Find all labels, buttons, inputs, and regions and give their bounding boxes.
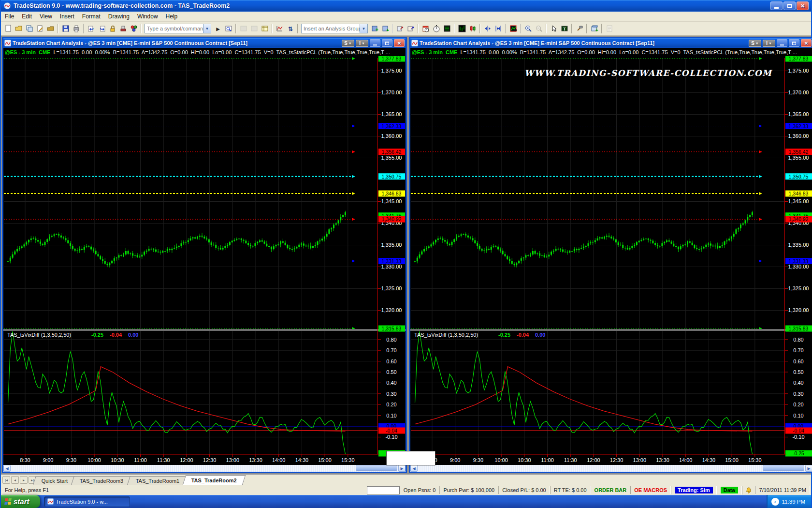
close-folder-icon[interactable] — [45, 24, 56, 34]
stopwatch-icon[interactable] — [431, 24, 441, 34]
symbol-command-combo[interactable]: ▼ — [145, 24, 211, 33]
pointer-icon[interactable] — [549, 24, 559, 34]
menu-file[interactable]: File — [1, 12, 18, 21]
time-axis[interactable]: 8:309:009:3010:0010:3011:0011:3012:0012:… — [3, 454, 379, 463]
compress-bars-icon[interactable] — [482, 24, 493, 34]
insert-window-icon[interactable]: + — [589, 24, 599, 34]
analysis-group-input[interactable] — [302, 26, 360, 31]
calendar-clock-icon[interactable] — [420, 24, 431, 34]
price-axis[interactable]: 1,375.001,370.001,365.001,360.001,355.00… — [784, 56, 812, 457]
pane-splitter[interactable] — [410, 329, 812, 331]
status-s-dropdown-button[interactable]: S▼ — [342, 40, 354, 47]
app-titlebar[interactable]: TradeStation 9.0 - www.trading-software-… — [1, 0, 811, 12]
menu-insert[interactable]: Insert — [56, 12, 78, 21]
price-axis[interactable]: 1,375.001,370.001,365.001,360.001,355.00… — [377, 56, 405, 457]
menu-window[interactable]: Window — [133, 12, 162, 21]
status-oe-macros[interactable]: OE MACROS — [630, 486, 671, 494]
chart-horizontal-scrollbar[interactable]: ◀▶ — [3, 465, 406, 472]
chart-body[interactable]: @ES - 3 min CMEL=1341.75 0.00 0.00% B=13… — [3, 48, 406, 472]
window-close-button[interactable]: ✕ — [801, 39, 812, 47]
bar-style-icon[interactable] — [457, 24, 467, 34]
combo-dropdown-icon[interactable]: ▼ — [203, 24, 211, 33]
scroll-left-button[interactable]: ◀ — [3, 465, 11, 472]
tray-chevron-icon[interactable]: ‹ — [771, 498, 779, 506]
scroll-track[interactable] — [11, 465, 398, 472]
analysis-group-combo[interactable]: ▼ — [301, 24, 368, 33]
copy-window-icon[interactable] — [24, 24, 34, 34]
status-trading-mode[interactable]: Trading: Sim — [671, 486, 717, 494]
chart-horizontal-scrollbar[interactable]: ◀▶ — [410, 465, 812, 472]
colors-icon[interactable] — [129, 24, 139, 34]
trading-sim-badge[interactable]: Trading: Sim — [675, 487, 713, 493]
tab-nav-previous-button[interactable]: ◂ — [11, 476, 19, 484]
print-icon[interactable] — [71, 24, 81, 34]
app-close-button[interactable]: ✕ — [797, 1, 809, 10]
workspace-tab-tas-traderoom3[interactable]: TAS_TradeRoom3 — [71, 476, 132, 485]
scroll-right-button[interactable]: ▶ — [805, 465, 812, 472]
data-badge[interactable]: Data — [721, 487, 738, 493]
pane-splitter[interactable] — [3, 329, 406, 331]
market-matrix-icon[interactable] — [442, 24, 452, 34]
format-painter-icon[interactable] — [118, 24, 128, 34]
lock-icon[interactable] — [107, 24, 117, 34]
chart-window-titlebar[interactable]: TradeStation Chart Analysis - @ES 3 min … — [3, 38, 406, 48]
status-s-dropdown-button[interactable]: S▼ — [749, 40, 761, 47]
play-icon[interactable]: ▶ — [213, 24, 223, 34]
status-order-bar[interactable]: ORDER BAR — [591, 486, 631, 494]
window-maximize-button[interactable] — [789, 39, 799, 47]
add-chart-window-icon[interactable]: + — [369, 24, 379, 34]
scroll-left-button[interactable]: ◀ — [410, 465, 418, 472]
window-close-button[interactable]: ✕ — [394, 39, 405, 47]
tab-nav-next-button[interactable]: ▸ — [20, 476, 28, 484]
menu-format[interactable]: Format — [78, 12, 104, 21]
open-workspace-icon[interactable] — [14, 24, 24, 34]
workspace-tab-quick-start[interactable]: Quick Start — [33, 476, 76, 485]
next-page-icon[interactable]: ↪ — [97, 24, 107, 34]
symbol-command-input[interactable] — [145, 26, 203, 31]
menu-view[interactable]: View — [36, 12, 56, 21]
window-minimize-button[interactable] — [370, 39, 380, 47]
chart-plot[interactable]: TAS_tsVixDiff (1,3,50,2,50)-0.25-0.040.0… — [3, 56, 406, 465]
menu-drawing[interactable]: Drawing — [104, 12, 133, 21]
chart-body[interactable]: @ES - 3 min CMEL=1341.75 0.00 0.00% B=13… — [410, 48, 812, 472]
status-data[interactable]: Data — [717, 486, 742, 494]
hot-lists-icon[interactable] — [275, 24, 285, 34]
send-window-icon[interactable]: ↗ — [406, 24, 416, 34]
combo-dropdown-icon[interactable]: ▼ — [360, 24, 367, 33]
window-minimize-button[interactable] — [777, 39, 787, 47]
chart-plot[interactable]: TAS_tsVixDiff (1,3,50,2,50)-0.25-0.040.0… — [410, 56, 812, 465]
time-axis[interactable]: 8:309:009:3010:0010:3011:0011:3012:0012:… — [410, 454, 786, 463]
previous-page-icon[interactable]: ↩ — [86, 24, 96, 34]
menu-edit[interactable]: Edit — [18, 12, 36, 21]
zoom-in-icon[interactable] — [523, 24, 533, 34]
chart-style-dropdown-icon[interactable]: ▾ — [508, 24, 518, 34]
add-analysis-window-icon[interactable]: ▴ — [380, 24, 390, 34]
interval-i-dropdown-button[interactable]: I▼ — [763, 40, 775, 47]
app-maximize-button[interactable] — [783, 1, 796, 10]
data-window-icon[interactable] — [260, 24, 270, 34]
menu-help[interactable]: Help — [162, 12, 182, 21]
scroll-thumb[interactable] — [356, 465, 397, 471]
chart-text-icon[interactable]: T — [559, 24, 569, 34]
sort-arrows-icon[interactable]: ⇅ — [285, 24, 295, 34]
save-icon[interactable] — [60, 24, 71, 34]
find-window-icon[interactable] — [223, 24, 233, 34]
window-maximize-button[interactable] — [382, 39, 392, 47]
candle-style-icon[interactable] — [467, 24, 478, 34]
send-order-icon[interactable]: ↗ — [395, 24, 405, 34]
app-minimize-button[interactable] — [770, 1, 783, 10]
save-desktop-icon[interactable] — [35, 24, 45, 34]
workspace-tab-tas-traderoom2[interactable]: TAS_TradeRoom2 — [183, 475, 246, 485]
start-button[interactable]: start — [1, 495, 40, 508]
scroll-thumb[interactable] — [763, 465, 804, 471]
chart-window-titlebar[interactable]: TradeStation Chart Analysis - @ES 3 min … — [410, 38, 812, 48]
scroll-track[interactable] — [418, 465, 805, 472]
expand-bars-icon[interactable] — [493, 24, 503, 34]
taskbar-task-button[interactable]: TradeStation 9.0 - w... — [44, 496, 130, 507]
new-document-icon[interactable] — [3, 24, 13, 34]
scroll-right-button[interactable]: ▶ — [398, 465, 406, 472]
tools-icon[interactable] — [574, 24, 584, 34]
workspace-tab-tas-traderoom1[interactable]: TAS_TradeRoom1 — [127, 476, 188, 485]
interval-i-dropdown-button[interactable]: I▼ — [356, 40, 368, 47]
tab-nav-first-button[interactable]: |◂ — [2, 476, 10, 484]
